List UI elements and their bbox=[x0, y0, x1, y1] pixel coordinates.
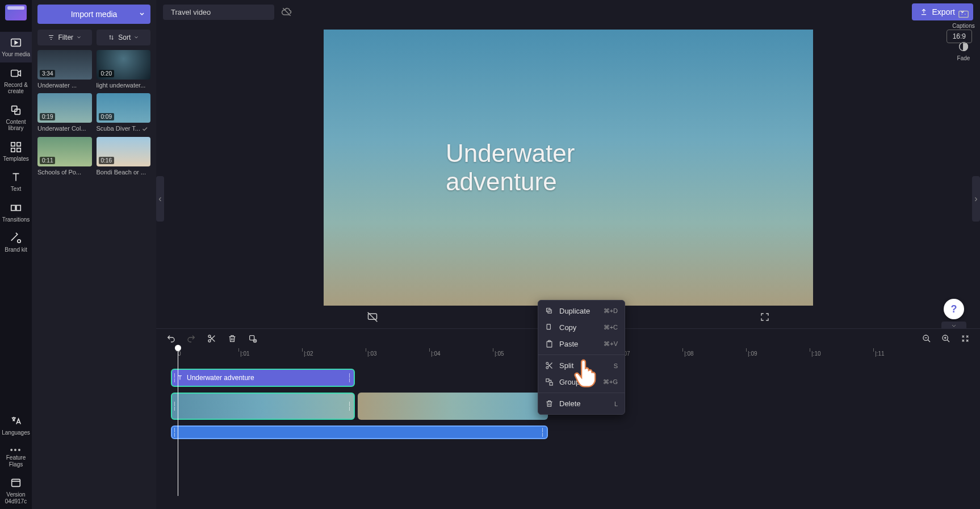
media-item[interactable]: 0:11Schools of Po... bbox=[37, 137, 92, 176]
nav-record-create[interactable]: Record & create bbox=[0, 62, 32, 99]
filter-label: Filter bbox=[58, 34, 73, 41]
collapse-left-handle[interactable]: ‹ bbox=[156, 176, 164, 222]
clip-label: Underwater adventure bbox=[187, 374, 254, 382]
languages-icon bbox=[10, 415, 22, 427]
svg-rect-18 bbox=[547, 324, 550, 329]
preview-overlay-text: Underwater adventure bbox=[446, 139, 690, 196]
split-button[interactable] bbox=[205, 332, 219, 345]
nav-label: Your media bbox=[2, 51, 30, 58]
ruler-tick: |:04 bbox=[431, 351, 441, 357]
svg-rect-6 bbox=[11, 148, 15, 151]
playhead[interactable] bbox=[178, 348, 178, 496]
nav-label: Text bbox=[11, 186, 21, 193]
media-item[interactable]: 3:34Underwater ... bbox=[37, 50, 92, 89]
svg-rect-9 bbox=[16, 205, 20, 210]
add-clip-button[interactable] bbox=[246, 332, 259, 345]
ruler-tick: |:01 bbox=[240, 351, 250, 357]
help-button[interactable]: ? bbox=[944, 299, 964, 319]
media-item[interactable]: 0:19Underwater Col... bbox=[37, 93, 92, 132]
svg-point-10 bbox=[18, 240, 21, 243]
sort-label: Sort bbox=[118, 34, 131, 41]
sort-button[interactable]: Sort bbox=[97, 30, 151, 45]
video-clip-a[interactable] bbox=[171, 393, 355, 420]
context-menu-group[interactable]: Group⌘+G bbox=[538, 374, 625, 390]
svg-rect-16 bbox=[548, 310, 551, 313]
filter-icon bbox=[48, 34, 55, 41]
audio-track[interactable] bbox=[163, 425, 973, 439]
nav-label: Version bbox=[6, 491, 25, 498]
ruler-tick: |:09 bbox=[748, 351, 757, 357]
nav-brand-kit[interactable]: Brand kit bbox=[0, 227, 32, 258]
zoom-out-button[interactable] bbox=[920, 332, 933, 345]
svg-rect-19 bbox=[547, 341, 552, 347]
video-preview[interactable]: Underwater adventure bbox=[324, 30, 813, 306]
library-icon bbox=[10, 104, 22, 116]
nav-templates[interactable]: Templates bbox=[0, 136, 32, 167]
nav-label: Transitions bbox=[2, 216, 30, 223]
context-menu-paste[interactable]: Paste⌘+V bbox=[538, 336, 625, 352]
text-clip[interactable]: Underwater adventure bbox=[171, 369, 355, 387]
nav-feature-flags[interactable]: ••• Feature Flags bbox=[0, 441, 32, 472]
collapse-right-handle[interactable]: › bbox=[972, 176, 980, 222]
nav-transitions[interactable]: Transitions bbox=[0, 197, 32, 228]
main-area: Export Captions Fade ‹ › Underwater adve… bbox=[156, 0, 980, 509]
nav-label: Brand kit bbox=[5, 247, 27, 253]
chevron-down-icon bbox=[139, 11, 145, 17]
delete-clip-button[interactable] bbox=[225, 332, 239, 345]
svg-rect-23 bbox=[546, 379, 549, 382]
audio-clip[interactable] bbox=[171, 425, 548, 439]
svg-rect-8 bbox=[11, 205, 15, 210]
nav-content-library[interactable]: Content library bbox=[0, 99, 32, 136]
chevron-down-icon bbox=[77, 35, 81, 40]
svg-rect-17 bbox=[547, 308, 550, 312]
record-icon bbox=[10, 67, 22, 80]
brand-icon bbox=[10, 232, 22, 244]
svg-rect-4 bbox=[11, 142, 15, 145]
media-panel: Import media Filter Sort 3:34Underwater … bbox=[32, 0, 156, 509]
project-name-input[interactable] bbox=[163, 5, 274, 20]
sort-icon bbox=[108, 34, 115, 41]
aspect-ratio-button[interactable]: 16:9 bbox=[947, 30, 972, 43]
nav-version[interactable]: Version 04d917c bbox=[0, 472, 32, 509]
redo-button[interactable] bbox=[185, 332, 198, 345]
zoom-fit-button[interactable] bbox=[958, 332, 972, 345]
svg-rect-27 bbox=[250, 336, 254, 340]
import-label: Import media bbox=[71, 10, 118, 19]
templates-icon bbox=[10, 141, 22, 153]
nav-label: Feature Flags bbox=[1, 454, 31, 468]
upload-icon bbox=[920, 8, 928, 16]
nav-label: Templates bbox=[3, 156, 29, 162]
ruler-tick: |:11 bbox=[875, 351, 885, 357]
nav-languages[interactable]: Languages bbox=[0, 410, 32, 441]
context-menu-delete[interactable]: DeleteL bbox=[538, 395, 625, 412]
context-menu-duplicate[interactable]: Duplicate⌘+D bbox=[538, 303, 625, 319]
app-logo bbox=[5, 5, 27, 20]
nav-label: Record & create bbox=[1, 82, 31, 95]
undo-button[interactable] bbox=[164, 332, 178, 345]
media-item[interactable]: 0:20light underwater... bbox=[97, 50, 151, 89]
nav-your-media[interactable]: Your media bbox=[0, 32, 32, 62]
svg-rect-3 bbox=[15, 109, 20, 114]
ellipsis-icon: ••• bbox=[10, 445, 22, 454]
filter-button[interactable]: Filter bbox=[37, 30, 92, 45]
ruler-tick: |:03 bbox=[367, 351, 377, 357]
import-media-button[interactable]: Import media bbox=[37, 5, 150, 24]
nav-label: Content library bbox=[1, 119, 31, 132]
nav-label: 04d917c bbox=[5, 498, 27, 505]
media-item[interactable]: 0:09Scuba Diver T... bbox=[97, 93, 151, 132]
svg-point-22 bbox=[546, 367, 548, 369]
video-clip-b[interactable] bbox=[358, 393, 548, 420]
transitions-icon bbox=[10, 202, 22, 214]
zoom-in-button[interactable] bbox=[939, 332, 953, 345]
nav-text[interactable]: Text bbox=[0, 166, 32, 197]
monitor-off-button[interactable] bbox=[363, 308, 382, 326]
ruler-tick: |:02 bbox=[304, 351, 313, 357]
context-menu-split[interactable]: SplitS bbox=[538, 357, 625, 374]
svg-point-25 bbox=[208, 335, 211, 337]
svg-rect-11 bbox=[12, 479, 20, 487]
text-icon bbox=[10, 171, 22, 183]
context-menu-copy[interactable]: Copy⌘+C bbox=[538, 319, 625, 336]
media-item[interactable]: 0:16Bondi Beach or ... bbox=[97, 137, 151, 176]
chevron-down-icon bbox=[134, 35, 139, 40]
fullscreen-button[interactable] bbox=[756, 308, 773, 326]
